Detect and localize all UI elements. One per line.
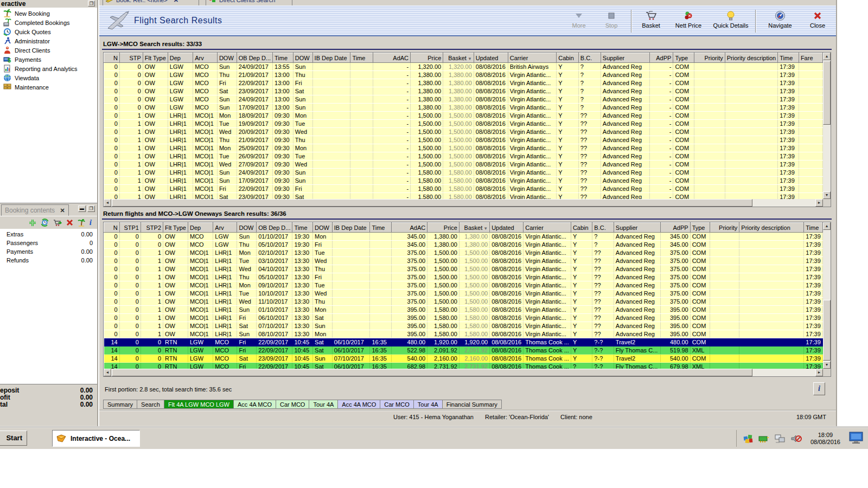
navigate-button[interactable]: Navigate [760,9,800,29]
cell[interactable]: Sat [237,355,257,363]
cell[interactable] [350,152,373,160]
cell[interactable]: 13:30 [292,273,313,281]
cell[interactable]: Y [557,87,579,95]
column-header[interactable]: Updated [490,223,524,233]
cell[interactable]: 18/09/2017 [237,112,272,120]
cell[interactable]: 22/09/2017 [257,338,292,346]
cell[interactable]: 2,160.00 [427,355,459,363]
cell[interactable]: 10:45 [292,346,313,355]
table-row[interactable]: 001OWMCO|1LHR|1Thu05/10/201713:30Fri375.… [104,273,823,281]
cell[interactable] [312,95,350,104]
cell[interactable]: COM [673,95,694,104]
cell[interactable]: 17:39 [804,330,823,338]
cell[interactable]: 2,160.00 [459,355,489,363]
cell[interactable] [725,112,777,120]
cell[interactable]: ?? [578,160,601,169]
add-icon[interactable] [29,219,36,227]
cell[interactable]: 0 [119,355,141,363]
cell[interactable]: ? [578,79,601,87]
column-header[interactable]: Basket▼ [443,53,474,63]
cell[interactable]: 0 [141,233,163,241]
cell[interactable]: 1,500.00 [459,281,489,290]
column-header[interactable]: DOW [293,53,312,63]
network-card-icon[interactable] [758,435,769,442]
cell[interactable]: Y [571,273,592,281]
cell[interactable]: 345.00 [660,241,690,249]
cell[interactable]: 0 [104,257,120,265]
cell[interactable]: LGW [168,79,193,87]
cell[interactable]: 0 [104,136,120,144]
cell[interactable] [312,160,350,169]
cell[interactable]: 09:30 [273,112,293,120]
cell[interactable]: 13:00 [273,104,293,112]
cell[interactable]: Advanced Reg [614,290,660,298]
cell[interactable]: COM [690,257,710,265]
cell[interactable]: - [373,169,410,177]
cell[interactable]: ?? [578,169,601,177]
cell[interactable] [725,120,777,128]
cell[interactable]: OW [143,144,168,152]
table-row[interactable]: 1400RTNLGWMCOFri22/09/201710:45Sat06/10/… [104,338,823,346]
table-row[interactable]: 000OWMCOLGWSun01/10/201719:30Mon345.001,… [104,233,823,241]
cell[interactable]: OW [143,136,168,144]
cell[interactable]: 20/09/2017 [237,128,272,136]
cell[interactable]: Virgin Atlantic... [508,71,556,79]
cell[interactable]: Wed [237,298,257,306]
cell[interactable]: Advanced Reg [614,314,660,322]
cell[interactable]: Y [557,144,579,152]
cell[interactable] [350,144,373,152]
cell[interactable]: 08/08/2016 [474,128,508,136]
cell[interactable]: 375.00 [660,281,690,290]
close-button[interactable]: Close [802,9,833,29]
cell[interactable]: 1,380.00 [459,241,489,249]
cell[interactable]: 0 [104,79,120,87]
cell[interactable]: 25/09/2017 [237,144,272,152]
cell[interactable]: 13:30 [292,298,313,306]
cell[interactable]: 14 [104,346,120,355]
column-header[interactable]: Supplier [601,53,649,63]
cell[interactable]: LGW [168,87,193,95]
cell[interactable]: - [650,71,673,79]
horizontal-scrollbar[interactable]: ◄ ► [104,369,823,376]
cell[interactable] [739,322,804,330]
cell[interactable]: 0 [119,273,141,281]
cell[interactable] [799,169,822,177]
cell[interactable] [725,177,777,185]
cell[interactable]: ?? [592,257,614,265]
cell[interactable]: 395.00 [391,330,427,338]
cell[interactable]: 06/10/2017 [332,363,370,369]
cell[interactable]: 1,500.00 [411,120,443,128]
scroll-left-icon[interactable]: ◄ [104,369,111,376]
cell[interactable]: Y [557,71,579,79]
column-header[interactable]: Carrier [508,53,556,63]
cell[interactable] [370,249,391,257]
cell[interactable]: Advanced Reg [601,144,649,152]
cell[interactable] [350,71,373,79]
cell[interactable] [350,95,373,104]
cell[interactable]: 21/09/2017 [237,136,272,144]
cell[interactable]: 21/09/2017 [237,71,272,79]
cell[interactable]: 09:30 [273,169,293,177]
cell[interactable] [710,249,739,257]
cell[interactable]: Virgin Atlantic... [524,290,571,298]
cell[interactable] [725,95,777,104]
cell[interactable]: MCO|1 [193,193,218,200]
cell[interactable]: 0 [119,257,141,265]
cell[interactable]: MCO [193,79,218,87]
network-connection-icon[interactable] [775,434,786,443]
column-header[interactable]: DOW [237,223,257,233]
cell[interactable]: Virgin Atlantic... [524,249,571,257]
cell[interactable]: 17:39 [778,79,799,87]
cell[interactable]: Y [557,112,579,120]
cell[interactable]: 17:39 [778,169,799,177]
cell[interactable]: 1,380.00 [411,87,443,95]
cell[interactable]: Thu [293,71,312,79]
column-header[interactable]: B.C. [592,223,614,233]
cell[interactable]: 0 [104,152,120,160]
column-header[interactable]: Price [427,223,459,233]
cell[interactable]: Fly Thomas C... [614,363,660,369]
cell[interactable]: Sun [217,104,237,112]
cell[interactable]: LHR|1 [213,322,237,330]
cell[interactable]: 480.00 [660,338,690,346]
cell[interactable] [710,330,739,338]
